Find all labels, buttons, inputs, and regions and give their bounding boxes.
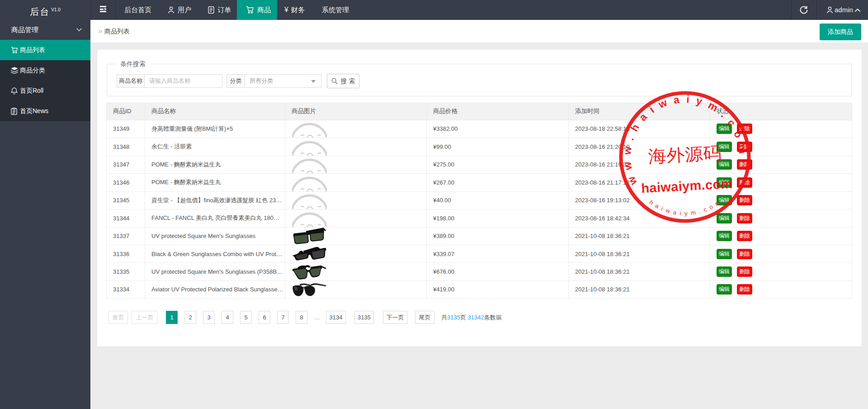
svg-text:海外源码: 海外源码 xyxy=(648,143,722,166)
svg-text:haiwaiym.com: haiwaiym.com xyxy=(641,176,733,196)
svg-text:www.haiwaiym.com: www.haiwaiym.com xyxy=(618,90,750,188)
